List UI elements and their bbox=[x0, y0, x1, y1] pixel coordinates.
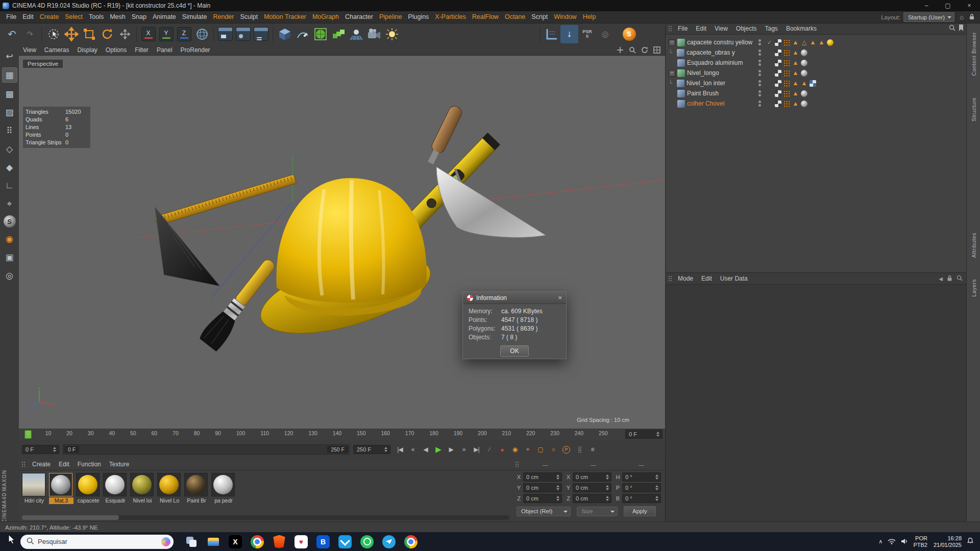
tag-checker-icon[interactable] bbox=[775, 70, 781, 77]
add-cube-button[interactable] bbox=[276, 25, 293, 43]
rotate-tool-button[interactable] bbox=[98, 25, 116, 43]
task-view-icon[interactable] bbox=[185, 535, 198, 548]
materials-menu-create[interactable]: Create bbox=[28, 459, 55, 470]
menu-pipeline[interactable]: Pipeline bbox=[376, 11, 405, 23]
tab-layers[interactable]: Layers bbox=[971, 275, 977, 301]
timeline-ruler[interactable]: 0102030405060708090100110120130140150160… bbox=[19, 429, 665, 440]
last-tool-button[interactable] bbox=[116, 25, 134, 43]
close-button[interactable]: × bbox=[959, 0, 980, 11]
material-hdri-city[interactable]: Hdri city bbox=[22, 473, 46, 504]
render-queue-button[interactable] bbox=[252, 25, 270, 43]
tag-checker-icon[interactable] bbox=[775, 101, 781, 107]
object-row-colher-chovel[interactable]: colher Chovel▲ bbox=[666, 98, 967, 109]
viewport-menu-view[interactable]: View bbox=[19, 45, 40, 55]
group-object-icon[interactable] bbox=[677, 69, 685, 77]
menu-file[interactable]: File bbox=[3, 11, 19, 23]
material-thumbnail[interactable] bbox=[211, 473, 235, 496]
menu-select[interactable]: Select bbox=[62, 11, 86, 23]
zoom-view-icon[interactable] bbox=[628, 46, 636, 54]
tag-dots-icon[interactable] bbox=[783, 101, 790, 107]
size-mode-dropdown[interactable]: Size bbox=[577, 507, 618, 516]
x-app-icon[interactable]: X bbox=[229, 535, 242, 548]
lock-layout-icon[interactable] bbox=[969, 13, 975, 22]
home-icon[interactable]: ⌂ bbox=[958, 13, 966, 21]
materials-menu-function[interactable]: Function bbox=[74, 459, 105, 470]
minimize-button[interactable]: – bbox=[916, 0, 937, 11]
object-row-nivel-longo[interactable]: −Nivel_longo▲ bbox=[666, 68, 967, 78]
quantize-icon[interactable]: ◉ bbox=[3, 232, 17, 246]
b-app-icon[interactable]: B bbox=[316, 535, 330, 548]
mesh-object-icon[interactable] bbox=[677, 80, 684, 87]
material-thumbnail[interactable] bbox=[157, 473, 181, 496]
tag-ball-gray-icon[interactable] bbox=[801, 90, 807, 97]
menu-character[interactable]: Character bbox=[342, 11, 376, 23]
viewport-menu-options[interactable]: Options bbox=[102, 45, 131, 55]
edges-mode-icon[interactable]: ◇ bbox=[3, 142, 17, 156]
am-search-icon[interactable] bbox=[957, 274, 963, 283]
dialog-close-icon[interactable]: × bbox=[558, 294, 562, 302]
tweak-mode-icon[interactable]: ⌖ bbox=[3, 197, 17, 211]
workplane-lock-icon[interactable]: ▣ bbox=[3, 250, 17, 264]
tag-tri-icon[interactable]: ▲ bbox=[792, 90, 799, 97]
move-tool-button[interactable] bbox=[62, 25, 80, 43]
timeline-scrub-track[interactable]: 0 F 250 F bbox=[63, 444, 350, 455]
visibility-dots[interactable] bbox=[758, 60, 761, 66]
viewport-menu-display[interactable]: Display bbox=[73, 45, 101, 55]
lock-x-axis-button[interactable]: X bbox=[139, 25, 157, 43]
mesh-object-icon[interactable] bbox=[677, 90, 685, 97]
goto-start-button[interactable]: |◀ bbox=[394, 444, 406, 455]
expander-icon[interactable]: − bbox=[669, 70, 675, 77]
scale-tool-button[interactable] bbox=[80, 25, 98, 43]
chrome-icon[interactable] bbox=[251, 535, 264, 548]
record-button[interactable]: ∕ bbox=[483, 444, 495, 455]
3d-canvas[interactable]: Perspective Triangles15020 Quads6 Lines1… bbox=[19, 56, 665, 429]
rotation-b-field[interactable]: 0 ° bbox=[622, 494, 661, 503]
pla-key-button[interactable]: ⣿ bbox=[574, 444, 585, 455]
size-z-field[interactable]: 0 cm bbox=[573, 494, 611, 503]
om-menu-objects[interactable]: Objects bbox=[732, 23, 761, 34]
tag-uvw-icon[interactable] bbox=[810, 80, 816, 87]
vscode-icon[interactable] bbox=[338, 535, 352, 548]
tag-ball-gray-icon[interactable] bbox=[801, 60, 807, 66]
om-menu-bookmarks[interactable]: Bookmarks bbox=[782, 23, 821, 34]
visibility-dots[interactable] bbox=[758, 70, 761, 76]
tag-tri-icon[interactable]: ▲ bbox=[792, 70, 799, 77]
range-start-handle[interactable]: 0 F bbox=[64, 446, 79, 453]
menu-octane[interactable]: Octane bbox=[502, 11, 528, 23]
am-menu-mode[interactable]: Mode bbox=[674, 273, 697, 284]
size-column-header[interactable]: — bbox=[570, 462, 617, 468]
live-selection-button[interactable] bbox=[44, 25, 62, 43]
material-paint-br[interactable]: Paint Br bbox=[184, 473, 209, 504]
position-key-button[interactable]: + bbox=[522, 444, 533, 455]
om-bookmark-icon[interactable] bbox=[959, 24, 964, 33]
material-pa-pedr[interactable]: pa pedr bbox=[211, 473, 236, 504]
material-thumbnail[interactable] bbox=[103, 473, 127, 496]
material-thumbnail[interactable] bbox=[22, 473, 45, 496]
tag-dots-icon[interactable] bbox=[783, 60, 790, 66]
tag-dots-icon[interactable] bbox=[783, 49, 790, 56]
redo-button[interactable]: ↷ bbox=[21, 25, 39, 43]
file-explorer-icon[interactable] bbox=[207, 535, 220, 548]
material-nivel-loi[interactable]: Nivel loi bbox=[130, 473, 155, 504]
tag-tri-icon[interactable]: ▲ bbox=[792, 101, 799, 107]
rotate-view-icon[interactable] bbox=[641, 46, 649, 54]
menu-create[interactable]: Create bbox=[37, 11, 62, 23]
am-menu-user-data[interactable]: User Data bbox=[716, 273, 752, 284]
am-lock-icon[interactable] bbox=[947, 274, 952, 283]
menu-help[interactable]: Help bbox=[580, 11, 599, 23]
material-esquadr[interactable]: Esquadr bbox=[103, 473, 128, 504]
tab-structure[interactable]: Structure bbox=[971, 93, 977, 126]
tab-attributes[interactable]: Attributes bbox=[971, 229, 977, 262]
object-name[interactable]: Nivel_lon inter bbox=[687, 80, 725, 87]
om-menu-tags[interactable]: Tags bbox=[761, 23, 782, 34]
menu-plugins[interactable]: Plugins bbox=[405, 11, 432, 23]
tag-tri-icon[interactable]: ▲ bbox=[792, 60, 799, 66]
menu-mograph[interactable]: MoGraph bbox=[309, 11, 342, 23]
lock-z-axis-button[interactable]: Z bbox=[175, 25, 193, 43]
size-x-field[interactable]: 0 cm bbox=[573, 472, 611, 482]
om-search-icon[interactable] bbox=[949, 24, 955, 33]
whatsapp-icon[interactable] bbox=[360, 535, 374, 548]
material-nivel-lo[interactable]: Nivel Lo bbox=[157, 473, 182, 504]
menu-tools[interactable]: Tools bbox=[86, 11, 107, 23]
volume-icon[interactable] bbox=[901, 537, 908, 546]
